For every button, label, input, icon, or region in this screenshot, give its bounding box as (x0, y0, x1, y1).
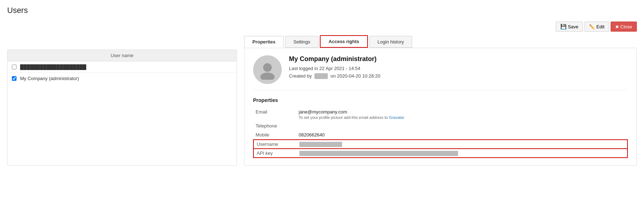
tab-properties[interactable]: Properties (244, 36, 284, 48)
svg-point-1 (260, 73, 275, 80)
prop-label-apikey: API key (253, 149, 297, 158)
prop-value-telephone (297, 121, 627, 130)
user-info: My Company (administrator) Last logged i… (289, 55, 380, 80)
list-item[interactable]: ████████████████████ (8, 61, 237, 73)
prop-row-username: Username ██████████████ (253, 140, 627, 149)
prop-row-email: Email jane@mycompany.com To set your pro… (253, 107, 627, 121)
properties-section: Properties Email jane@mycompany.com To s… (253, 97, 628, 158)
save-button[interactable]: Save (556, 22, 583, 32)
user-list-header: User name (8, 50, 237, 61)
properties-table: Email jane@mycompany.com To set your pro… (253, 107, 628, 158)
user-name-2: My Company (administrator) (20, 76, 79, 81)
right-panel: Properties Settings Access rights Login … (237, 35, 637, 166)
toolbar: Save Edit Close (7, 22, 637, 32)
close-icon (615, 24, 619, 29)
edit-button[interactable]: Edit (584, 22, 609, 32)
tab-login-history[interactable]: Login history (369, 36, 412, 48)
created-by: Created by ████ on 2020-04-20 10:28:20 (289, 73, 380, 80)
save-icon (560, 24, 566, 29)
main-layout: User name ████████████████████ My Compan… (7, 35, 637, 166)
user-checkbox-1[interactable] (12, 65, 17, 69)
created-by-user-blurred: ████ (314, 73, 328, 79)
detail-panel: My Company (administrator) Last logged i… (244, 48, 637, 166)
last-logged: Last logged in 22 Apr 2021 - 14:54 (289, 65, 380, 73)
user-name-blurred: ████████████████████ (20, 64, 86, 70)
edit-icon (589, 24, 595, 29)
prop-value-username: ██████████████ (297, 140, 627, 149)
gravatar-link[interactable]: Gravatar (389, 115, 404, 120)
page-title: Users (7, 6, 637, 15)
user-display-name: My Company (administrator) (289, 55, 380, 63)
properties-section-title: Properties (253, 97, 628, 103)
close-button[interactable]: Close (611, 22, 637, 32)
prop-label-telephone: Telephone (253, 121, 297, 130)
prop-value-mobile: 0820662640 (297, 130, 627, 140)
prop-row-telephone: Telephone (253, 121, 627, 130)
prop-label-username: Username (253, 140, 297, 149)
avatar (253, 55, 282, 84)
tab-settings[interactable]: Settings (285, 36, 318, 48)
prop-value-apikey: ████████████████████████████████████████… (297, 149, 627, 158)
prop-label-mobile: Mobile (253, 130, 297, 140)
tabs: Properties Settings Access rights Login … (244, 35, 637, 48)
tab-access-rights[interactable]: Access rights (320, 35, 368, 48)
email-sub: To set your profile picture add this ema… (299, 115, 625, 120)
user-list-panel: User name ████████████████████ My Compan… (7, 50, 237, 166)
username-blurred: ██████████████ (299, 142, 342, 147)
user-header: My Company (administrator) Last logged i… (253, 55, 628, 90)
apikey-blurred: ████████████████████████████████████████… (299, 151, 458, 156)
user-checkbox-2[interactable] (12, 76, 17, 81)
prop-label-email: Email (253, 107, 297, 121)
prop-row-mobile: Mobile 0820662640 (253, 130, 627, 140)
svg-point-0 (263, 63, 272, 72)
prop-value-email: jane@mycompany.com To set your profile p… (297, 107, 627, 121)
list-item[interactable]: My Company (administrator) (8, 73, 237, 84)
prop-row-apikey: API key ████████████████████████████████… (253, 149, 627, 158)
